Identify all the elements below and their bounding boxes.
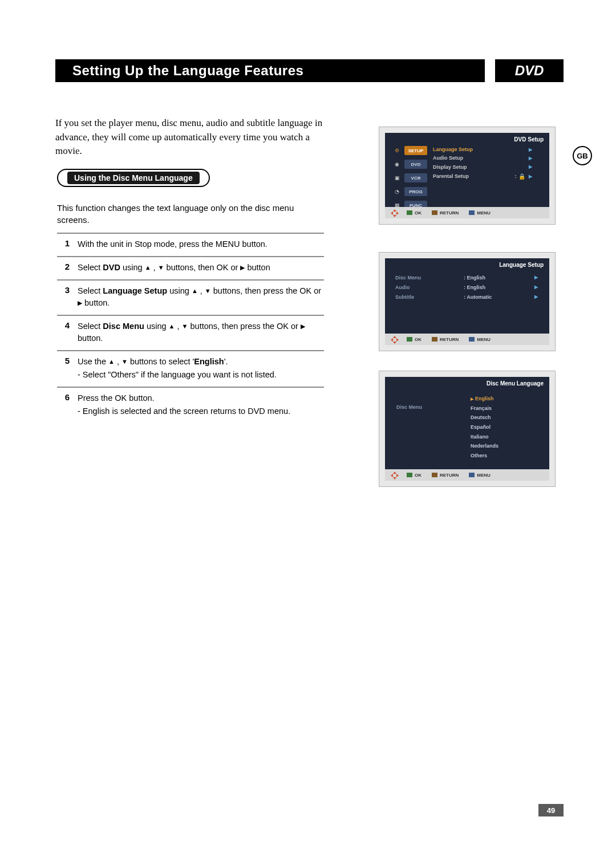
menu-item-audio-setup: Audio Setup▶ bbox=[433, 154, 532, 162]
osd-language-list: ▶English Français Deutsch Español Italia… bbox=[471, 394, 499, 460]
osd-footer: OK RETURN MENU bbox=[385, 469, 549, 481]
step-text: Press the OK button.- English is selecte… bbox=[78, 392, 324, 417]
menu-key: MENU bbox=[469, 473, 491, 478]
step-number: 4 bbox=[57, 320, 78, 344]
gear-icon: ⚙ bbox=[391, 146, 403, 155]
osd-title: Disc Menu Language bbox=[487, 380, 544, 387]
step-text: With the unit in Stop mode, press the ME… bbox=[78, 238, 324, 250]
lang-option-nederlands: Nederlands bbox=[471, 441, 499, 451]
sidebar-label: VCR bbox=[404, 173, 427, 182]
arrow-right-icon: ▶ bbox=[534, 292, 538, 302]
osd-title: DVD Setup bbox=[514, 136, 544, 143]
osd-footer: OK RETURN MENU bbox=[385, 207, 549, 218]
step-text: Select Disc Menu using ▲ , ▼ buttons, th… bbox=[78, 320, 324, 344]
arrow-right-icon: ▶ bbox=[529, 146, 532, 154]
title-gap bbox=[485, 59, 495, 82]
section-heading: Using the Disc Menu Language bbox=[67, 172, 200, 184]
osd-menu-list: Disc Menu: English▶ Audio: English▶ Subt… bbox=[395, 273, 538, 302]
arrow-right-icon: ▶ bbox=[529, 173, 532, 181]
disc-icon: ◉ bbox=[391, 160, 403, 169]
menu-key: MENU bbox=[469, 337, 491, 342]
lang-option-others: Others bbox=[471, 451, 499, 461]
nav-cross-icon bbox=[391, 336, 400, 343]
arrow-right-icon: ▶ bbox=[534, 273, 538, 283]
intro-text: If you set the player menu, disc menu, a… bbox=[55, 116, 329, 159]
menu-item-subtitle: Subtitle: Automatic▶ bbox=[395, 292, 538, 302]
menu-key: MENU bbox=[469, 210, 491, 216]
clock-icon: ◔ bbox=[391, 187, 403, 196]
menu-item-parental-setup: Parental Setup:🔒▶ bbox=[433, 172, 532, 181]
osd-left-label: Disc Menu bbox=[396, 404, 422, 410]
osd-footer: OK RETURN MENU bbox=[385, 334, 549, 345]
title-bar: Setting Up the Language Features DVD bbox=[55, 59, 564, 82]
dvd-badge: DVD bbox=[495, 59, 564, 82]
step-row: 5 Use the ▲ , ▼ buttons to select 'Engli… bbox=[57, 350, 324, 388]
sidebar-item-dvd: ◉DVD bbox=[390, 158, 427, 170]
sidebar-item-vcr: ▣VCR bbox=[390, 172, 427, 184]
page-number: 49 bbox=[538, 804, 564, 816]
sidebar-label: DVD bbox=[404, 160, 427, 169]
arrow-right-icon: ▶ bbox=[471, 397, 473, 401]
step-row: 1 With the unit in Stop mode, press the … bbox=[57, 233, 324, 256]
ok-key: OK bbox=[407, 337, 422, 342]
ok-key: OK bbox=[407, 210, 422, 216]
lang-option-francais: Français bbox=[471, 404, 499, 413]
menu-item-disc-menu: Disc Menu: English▶ bbox=[395, 273, 538, 283]
return-key: RETURN bbox=[432, 473, 459, 478]
sidebar-label: SETUP bbox=[404, 146, 427, 155]
return-key: RETURN bbox=[432, 337, 459, 342]
step-row: 6 Press the OK button.- English is selec… bbox=[57, 388, 324, 423]
ok-key: OK bbox=[407, 473, 422, 478]
nav-cross-icon bbox=[391, 209, 400, 216]
osd-menu-list: Language Setup▶ Audio Setup▶ Display Set… bbox=[433, 145, 532, 181]
osd-screenshot-language-setup: Language Setup Disc Menu: English▶ Audio… bbox=[379, 252, 556, 351]
step-number: 3 bbox=[57, 285, 78, 309]
lang-option-espanol: Español bbox=[471, 422, 499, 432]
osd-body: DVD Setup ⚙SETUP ◉DVD ▣VCR ◔PROG ▦FUNC L… bbox=[385, 133, 549, 218]
arrow-right-icon: ▶ bbox=[529, 163, 532, 171]
section-capsule: Using the Disc Menu Language bbox=[57, 169, 210, 187]
step-number: 5 bbox=[57, 356, 78, 381]
osd-screenshot-dvd-setup: DVD Setup ⚙SETUP ◉DVD ▣VCR ◔PROG ▦FUNC L… bbox=[379, 127, 556, 225]
title-gutter bbox=[55, 59, 63, 82]
step-row: 4 Select Disc Menu using ▲ , ▼ buttons, … bbox=[57, 315, 324, 350]
nav-cross-icon bbox=[391, 472, 400, 478]
lang-option-english: ▶English bbox=[471, 394, 499, 404]
section-description: This function changes the text language … bbox=[57, 202, 325, 226]
lock-icon: 🔒 bbox=[518, 172, 525, 181]
steps-list: 1 With the unit in Stop mode, press the … bbox=[57, 233, 324, 423]
return-key: RETURN bbox=[432, 210, 459, 216]
step-number: 6 bbox=[57, 392, 78, 417]
menu-item-language-setup: Language Setup▶ bbox=[433, 145, 532, 154]
osd-body: Language Setup Disc Menu: English▶ Audio… bbox=[385, 258, 549, 345]
osd-screenshot-disc-menu-language: Disc Menu Language Disc Menu ▶English Fr… bbox=[379, 371, 556, 487]
step-number: 2 bbox=[57, 262, 78, 274]
page: Setting Up the Language Features DVD GB … bbox=[0, 0, 616, 845]
arrow-right-icon: ▶ bbox=[529, 155, 532, 162]
menu-item-audio: Audio: English▶ bbox=[395, 283, 538, 292]
step-text: Use the ▲ , ▼ buttons to select 'English… bbox=[78, 356, 324, 381]
osd-body: Disc Menu Language Disc Menu ▶English Fr… bbox=[385, 377, 549, 481]
sidebar-item-setup: ⚙SETUP bbox=[390, 144, 427, 157]
osd-sidebar: ⚙SETUP ◉DVD ▣VCR ◔PROG ▦FUNC bbox=[390, 144, 427, 213]
step-text: Select Language Setup using ▲ , ▼ button… bbox=[78, 285, 324, 309]
step-row: 2 Select DVD using ▲ , ▼ buttons, then O… bbox=[57, 256, 324, 279]
step-number: 1 bbox=[57, 238, 78, 250]
lang-option-deutsch: Deutsch bbox=[471, 413, 499, 422]
sidebar-item-prog: ◔PROG bbox=[390, 185, 427, 198]
osd-title: Language Setup bbox=[499, 262, 544, 268]
arrow-right-icon: ▶ bbox=[534, 283, 538, 292]
sidebar-label: PROG bbox=[404, 187, 427, 196]
menu-item-display-setup: Display Setup▶ bbox=[433, 163, 532, 172]
tape-icon: ▣ bbox=[391, 173, 403, 182]
page-title: Setting Up the Language Features bbox=[63, 59, 485, 82]
step-text: Select DVD using ▲ , ▼ buttons, then OK … bbox=[78, 262, 324, 274]
region-badge: GB bbox=[573, 146, 592, 165]
step-row: 3 Select Language Setup using ▲ , ▼ butt… bbox=[57, 279, 324, 315]
lang-option-italiano: Italiano bbox=[471, 432, 499, 442]
